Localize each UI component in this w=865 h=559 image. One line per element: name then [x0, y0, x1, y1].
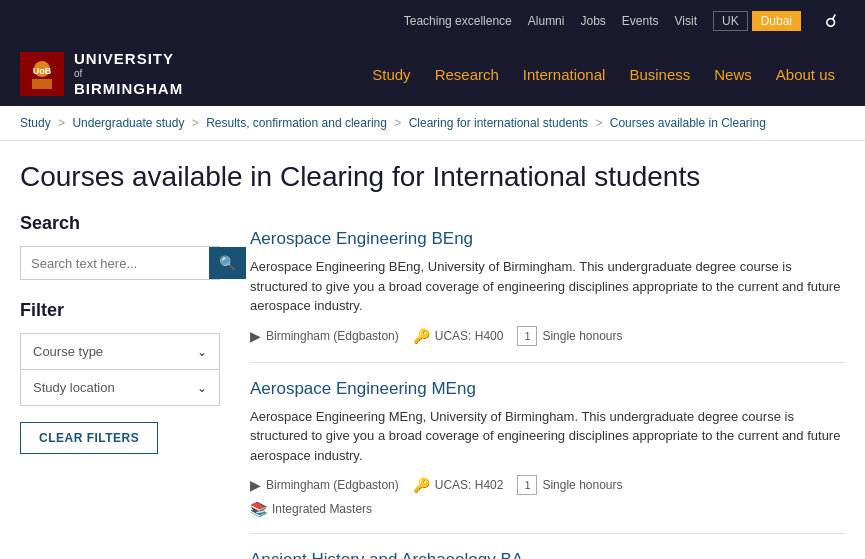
breadcrumb-results[interactable]: Results, confirmation and clearing	[206, 116, 387, 130]
uk-locale-button[interactable]: UK	[713, 11, 748, 31]
content-layout: Search 🔍 Filter Course type ⌄ Study loca…	[20, 213, 845, 559]
nav-research[interactable]: Research	[425, 62, 509, 87]
study-location-label: Study location	[33, 380, 115, 395]
study-location-filter[interactable]: Study location ⌄	[21, 370, 219, 405]
ucas-label: UCAS: H400	[435, 329, 504, 343]
course-meta: ▶ Birmingham (Edgbaston) 🔑 UCAS: H400 1 …	[250, 326, 845, 346]
location-icon: ▶	[250, 328, 261, 344]
course-description: Aerospace Engineering MEng, University o…	[250, 407, 845, 466]
filter-section-title: Filter	[20, 300, 220, 321]
honour-label: Single honours	[542, 478, 622, 492]
page-content: Courses available in Clearing for Intern…	[0, 141, 865, 559]
course-name-link[interactable]: Aerospace Engineering MEng	[250, 379, 845, 399]
key-icon: 🔑	[413, 477, 430, 493]
nav-business[interactable]: Business	[619, 62, 700, 87]
course-type-chevron-icon: ⌄	[197, 345, 207, 359]
course-name-link[interactable]: Aerospace Engineering BEng	[250, 229, 845, 249]
clear-filters-button[interactable]: CLEAR FILTERS	[20, 422, 158, 454]
honour-badge: 1	[517, 475, 537, 495]
course-name-link[interactable]: Ancient History and Archaeology BA	[250, 550, 845, 559]
honour-meta: 1 Single honours	[517, 326, 622, 346]
location-label: Birmingham (Edgbaston)	[266, 329, 399, 343]
nav-international[interactable]: International	[513, 62, 616, 87]
dubai-locale-button[interactable]: Dubai	[752, 11, 801, 31]
nav-about[interactable]: About us	[766, 62, 845, 87]
breadcrumb: Study > Undergraduate study > Results, c…	[0, 106, 865, 141]
top-nav-main: UoB UNIVERSITY of BIRMINGHAM Study Resea…	[0, 42, 865, 106]
integrated-masters-badge: 📚 Integrated Masters	[250, 501, 845, 517]
course-type-label: Course type	[33, 344, 103, 359]
breadcrumb-undergrad[interactable]: Undergraduate study	[72, 116, 184, 130]
course-list: Aerospace Engineering BEng Aerospace Eng…	[250, 213, 845, 559]
teaching-excellence-link[interactable]: Teaching excellence	[404, 14, 512, 28]
ucas-meta: 🔑 UCAS: H400	[413, 328, 504, 344]
university-crest: UoB	[20, 52, 64, 96]
course-type-filter[interactable]: Course type ⌄	[21, 334, 219, 370]
university-name: UNIVERSITY of BIRMINGHAM	[74, 50, 183, 98]
filter-box: Course type ⌄ Study location ⌄	[20, 333, 220, 406]
header-search-button[interactable]: ☌	[817, 6, 845, 36]
course-item: Ancient History and Archaeology BA This …	[250, 534, 845, 559]
main-navigation: Study Research International Business Ne…	[362, 62, 845, 87]
honour-label: Single honours	[542, 329, 622, 343]
svg-text:UoB: UoB	[33, 66, 52, 76]
top-nav-upper: Teaching excellence Alumni Jobs Events V…	[0, 0, 865, 42]
location-meta: ▶ Birmingham (Edgbaston)	[250, 477, 399, 493]
location-label: Birmingham (Edgbaston)	[266, 478, 399, 492]
nav-news[interactable]: News	[704, 62, 762, 87]
logo-area: UoB UNIVERSITY of BIRMINGHAM	[20, 50, 183, 98]
study-location-chevron-icon: ⌄	[197, 381, 207, 395]
svg-rect-2	[32, 79, 52, 89]
key-icon: 🔑	[413, 328, 430, 344]
course-item: Aerospace Engineering MEng Aerospace Eng…	[250, 363, 845, 535]
course-item: Aerospace Engineering BEng Aerospace Eng…	[250, 213, 845, 363]
alumni-link[interactable]: Alumni	[528, 14, 565, 28]
sidebar: Search 🔍 Filter Course type ⌄ Study loca…	[20, 213, 220, 559]
honour-badge: 1	[517, 326, 537, 346]
breadcrumb-courses[interactable]: Courses available in Clearing	[610, 116, 766, 130]
page-title: Courses available in Clearing for Intern…	[20, 161, 845, 193]
jobs-link[interactable]: Jobs	[580, 14, 605, 28]
search-section-title: Search	[20, 213, 220, 234]
course-description: Aerospace Engineering BEng, University o…	[250, 257, 845, 316]
breadcrumb-clearing-intl[interactable]: Clearing for international students	[409, 116, 588, 130]
top-navigation: Teaching excellence Alumni Jobs Events V…	[0, 0, 865, 106]
honour-meta: 1 Single honours	[517, 475, 622, 495]
course-meta: ▶ Birmingham (Edgbaston) 🔑 UCAS: H402 1 …	[250, 475, 845, 495]
breadcrumb-study[interactable]: Study	[20, 116, 51, 130]
location-meta: ▶ Birmingham (Edgbaston)	[250, 328, 399, 344]
locale-buttons: UK Dubai	[713, 11, 801, 31]
events-link[interactable]: Events	[622, 14, 659, 28]
search-submit-button[interactable]: 🔍	[209, 247, 246, 279]
location-icon: ▶	[250, 477, 261, 493]
nav-study[interactable]: Study	[362, 62, 420, 87]
integrated-label: Integrated Masters	[272, 502, 372, 516]
book-icon: 📚	[250, 501, 267, 517]
ucas-label: UCAS: H402	[435, 478, 504, 492]
search-input[interactable]	[21, 248, 209, 279]
ucas-meta: 🔑 UCAS: H402	[413, 477, 504, 493]
visit-link[interactable]: Visit	[675, 14, 697, 28]
search-box: 🔍	[20, 246, 220, 280]
